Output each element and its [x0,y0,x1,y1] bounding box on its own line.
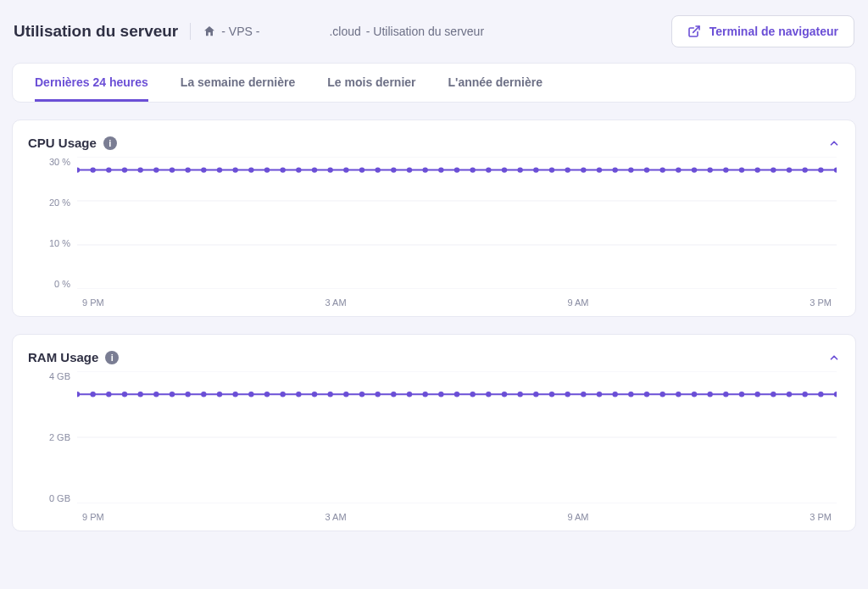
tab-year[interactable]: L'année dernière [448,64,542,102]
chevron-up-icon[interactable] [828,352,840,364]
svg-point-6 [90,167,95,172]
svg-point-80 [438,392,443,397]
breadcrumb-suffix: - Utilisation du serveur [366,25,484,38]
home-icon[interactable] [203,25,216,38]
svg-point-64 [185,392,190,397]
svg-point-38 [597,167,602,172]
svg-point-78 [407,392,412,397]
svg-point-88 [565,392,570,397]
svg-point-30 [470,167,475,172]
svg-point-87 [549,392,554,397]
x-tick-label: 9 PM [82,512,104,522]
x-tick-label: 3 PM [810,297,832,308]
svg-point-99 [739,392,744,397]
chevron-up-icon[interactable] [828,137,840,149]
info-icon[interactable]: i [103,136,117,150]
svg-point-62 [153,392,159,397]
svg-point-73 [327,392,332,397]
svg-point-93 [644,392,649,397]
svg-point-43 [676,167,681,172]
svg-point-94 [659,392,665,397]
y-tick-label: 4 GB [33,371,70,381]
svg-point-45 [707,167,712,172]
svg-point-48 [754,167,760,172]
svg-point-11 [170,167,175,172]
svg-point-72 [312,392,317,397]
svg-point-33 [517,167,522,172]
svg-line-0 [693,26,698,32]
breadcrumb-host-redacted [264,27,324,36]
svg-point-82 [470,392,475,397]
svg-point-101 [771,392,776,397]
tab-month[interactable]: Le mois dernier [327,64,415,102]
svg-point-25 [391,167,396,172]
svg-point-75 [359,392,364,397]
cpu-y-axis: 30 %20 %10 %0 % [33,157,70,289]
svg-point-79 [422,392,427,397]
svg-point-92 [628,392,633,397]
ram-panel-title: RAM Usage [28,350,98,364]
ram-y-axis: 4 GB2 GB0 GB [33,371,70,503]
cpu-chart: 30 %20 %10 %0 % 9 PM3 AM9 AM3 PM [28,157,840,309]
svg-point-9 [137,167,142,172]
y-tick-label: 0 GB [33,493,70,503]
time-range-tabs: Dernières 24 heures La semaine dernière … [12,63,856,103]
info-icon[interactable]: i [105,351,119,364]
breadcrumb-separator [190,23,191,40]
svg-point-100 [754,392,760,397]
x-tick-label: 3 PM [810,512,832,522]
svg-point-47 [739,167,744,172]
svg-point-26 [407,167,412,172]
y-tick-label: 10 % [33,238,70,248]
svg-point-31 [486,167,491,172]
x-tick-label: 3 AM [326,512,347,522]
external-link-icon [687,25,701,38]
y-tick-label: 2 GB [33,432,70,442]
svg-point-44 [692,167,697,172]
svg-point-28 [438,167,443,172]
svg-point-32 [502,167,507,172]
breadcrumb-prefix: - VPS - [221,25,259,38]
svg-point-53 [834,167,837,172]
breadcrumb-host-suffix: .cloud [329,25,360,38]
cpu-usage-panel: CPU Usage i 30 %20 %10 %0 % 9 PM3 AM9 AM… [12,119,856,317]
svg-point-40 [628,167,633,172]
svg-point-68 [248,392,253,397]
svg-point-15 [232,167,237,172]
ram-plot [77,371,837,503]
svg-point-63 [170,392,175,397]
x-tick-label: 9 AM [567,512,588,522]
svg-point-35 [549,167,554,172]
svg-point-29 [454,167,459,172]
x-tick-label: 9 PM [82,297,104,308]
svg-point-104 [818,392,823,397]
svg-point-42 [659,167,665,172]
svg-point-67 [232,392,237,397]
tab-week[interactable]: La semaine dernière [181,64,295,102]
svg-point-86 [533,392,538,397]
browser-terminal-button[interactable]: Terminal de navigateur [671,15,854,47]
svg-point-19 [296,167,301,172]
svg-point-12 [185,167,190,172]
tab-24h[interactable]: Dernières 24 heures [35,64,148,102]
svg-point-22 [343,167,348,172]
svg-point-21 [327,167,332,172]
svg-point-49 [771,167,776,172]
svg-point-70 [280,392,285,397]
svg-point-60 [122,392,127,397]
svg-point-84 [502,392,507,397]
svg-point-41 [644,167,649,172]
header-left: Utilisation du serveur - VPS - .cloud - … [14,22,484,41]
svg-point-20 [312,167,317,172]
svg-point-95 [676,392,681,397]
ram-usage-panel: RAM Usage i 4 GB2 GB0 GB 9 PM3 AM9 AM3 P… [12,334,856,531]
svg-point-74 [343,392,348,397]
cpu-panel-head: CPU Usage i [28,136,840,150]
y-tick-label: 30 % [33,157,70,167]
cpu-plot [77,157,837,289]
page-header: Utilisation du serveur - VPS - .cloud - … [12,12,856,51]
svg-point-52 [818,167,823,172]
cpu-panel-title: CPU Usage [28,136,97,150]
svg-point-46 [723,167,728,172]
svg-point-61 [137,392,142,397]
